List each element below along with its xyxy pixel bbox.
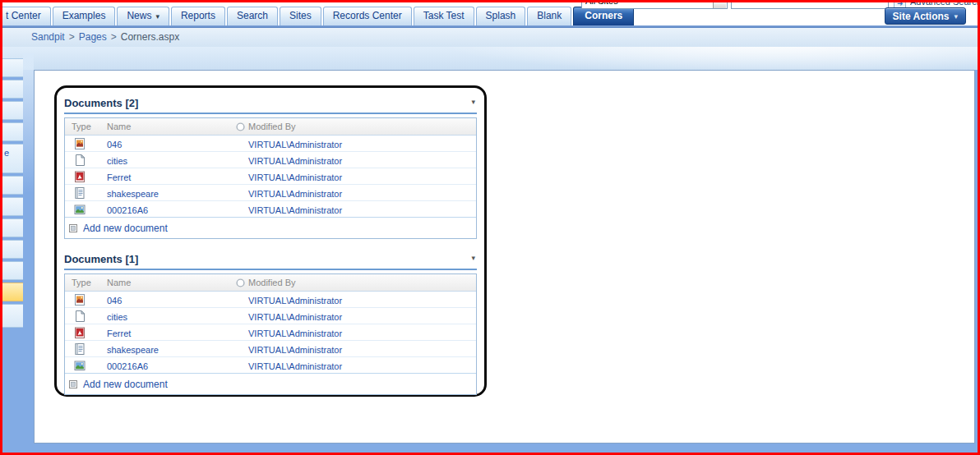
sidebar-item[interactable] [2, 122, 23, 141]
modified-by-link[interactable]: VIRTUAL\Administrator [248, 189, 342, 199]
webpart-title-bar: Documents [2] ▾ [64, 96, 477, 114]
chevron-down-icon[interactable] [713, 2, 726, 8]
table-body: 046 VIRTUAL\Administrator cities VIRTUAL… [65, 292, 476, 374]
document-name-link[interactable]: cities [107, 156, 127, 166]
tab-label: Reports [181, 10, 215, 21]
column-header-name[interactable]: Name [107, 278, 236, 287]
breadcrumb-link-pages[interactable]: Pages [79, 31, 107, 43]
modified-by-link[interactable]: VIRTUAL\Administrator [248, 329, 342, 338]
webpart-menu-chevron-down-icon[interactable]: ▾ [471, 98, 475, 106]
modified-by-link[interactable]: VIRTUAL\Administrator [248, 345, 342, 355]
picture-file-icon [65, 359, 107, 372]
site-actions-button[interactable]: Site Actions ▾ [885, 7, 966, 25]
chevron-down-icon: ▾ [155, 12, 159, 21]
sidebar-item[interactable] [2, 101, 23, 120]
add-new-icon [69, 224, 77, 232]
modified-by-link[interactable]: VIRTUAL\Administrator [248, 172, 342, 182]
breadcrumb-link-sandpit[interactable]: Sandpit [31, 31, 65, 43]
search-scope-dropdown[interactable]: All Sites [581, 2, 728, 9]
tab-examples[interactable]: Examples [53, 7, 116, 25]
table-header-row: Type Name Modified By [65, 274, 476, 292]
table-row: shakespeare VIRTUAL\Administrator [65, 341, 476, 357]
document-name-link[interactable]: Ferret [107, 329, 131, 338]
documents-webpart: Documents [1] ▾ Type Name Modified By 04… [64, 252, 477, 395]
modified-by-link[interactable]: VIRTUAL\Administrator [248, 296, 342, 306]
document-name-link[interactable]: shakespeare [107, 189, 159, 199]
sidebar-item[interactable] [2, 261, 23, 280]
sidebar-edge-gradient [23, 53, 34, 193]
sidebar-item[interactable] [2, 304, 23, 328]
document-name-link[interactable]: 046 [107, 296, 122, 306]
quick-launch-sidebar: e [2, 58, 23, 330]
sidebar-item[interactable] [2, 176, 23, 195]
sidebar-item[interactable] [2, 218, 23, 237]
table-row: Ferret VIRTUAL\Administrator [65, 168, 476, 185]
tab-label: Records Center [333, 10, 402, 21]
main-area: e Documents [2] ▾ Type Name Modified By … [2, 47, 978, 453]
document-name-link[interactable]: cities [107, 312, 127, 322]
tab-records-center[interactable]: Records Center [323, 7, 412, 25]
document-name-link[interactable]: shakespeare [107, 345, 159, 355]
column-header-name[interactable]: Name [107, 122, 236, 131]
table-body: 046 VIRTUAL\Administrator cities VIRTUAL… [65, 136, 476, 218]
tab-corners[interactable]: Corners [573, 7, 634, 25]
sidebar-item[interactable] [2, 58, 23, 77]
modified-by-link[interactable]: VIRTUAL\Administrator [248, 312, 342, 322]
pdf-file-icon [65, 326, 107, 339]
tab-news[interactable]: News▾ [117, 7, 169, 25]
picture-file-icon [65, 203, 107, 216]
documents-table: Type Name Modified By 046 VIRTUAL\Admini… [64, 117, 477, 239]
sidebar-item[interactable] [2, 240, 23, 259]
tab-t-center[interactable]: t Center [2, 7, 51, 25]
tab-label: Corners [585, 10, 622, 21]
webpart-title-bar: Documents [1] ▾ [64, 252, 477, 270]
pdf-file-icon [65, 170, 107, 183]
tab-strip: t CenterExamplesNews▾ReportsSearchSitesR… [2, 7, 634, 25]
document-name-link[interactable]: 000216A6 [107, 361, 148, 371]
sidebar-item[interactable]: e [2, 144, 23, 173]
tab-label: Sites [289, 10, 312, 21]
chevron-down-icon: ▾ [954, 12, 958, 21]
tab-blank[interactable]: Blank [527, 7, 571, 25]
add-new-icon [69, 380, 77, 388]
table-row: 000216A6 VIRTUAL\Administrator [65, 357, 476, 374]
presence-icon [236, 122, 245, 131]
modified-by-link[interactable]: VIRTUAL\Administrator [248, 205, 342, 215]
rounded-corner-webpart-zone: Documents [2] ▾ Type Name Modified By 04… [54, 85, 487, 397]
document-name-link[interactable]: 046 [107, 140, 122, 149]
add-new-document-link[interactable]: Add new document [65, 218, 476, 238]
modified-by-link[interactable]: VIRTUAL\Administrator [248, 140, 342, 149]
document-name-link[interactable]: Ferret [107, 172, 131, 182]
sidebar-item[interactable] [2, 197, 23, 216]
table-row: shakespeare VIRTUAL\Administrator [65, 185, 476, 201]
documents-table: Type Name Modified By 046 VIRTUAL\Admini… [64, 273, 477, 395]
search-input[interactable] [732, 2, 888, 7]
tab-task-test[interactable]: Task Test [414, 7, 474, 25]
column-header-modified-by[interactable]: Modified By [236, 122, 476, 131]
breadcrumb-current-page: Corners.aspx [121, 31, 179, 43]
sidebar-item[interactable] [2, 80, 23, 99]
column-header-type[interactable]: Type [65, 278, 107, 287]
search-scope-value: All Sites [585, 2, 618, 6]
sidebar-item[interactable] [2, 283, 23, 301]
tab-reports[interactable]: Reports [171, 7, 225, 25]
add-new-document-link[interactable]: Add new document [65, 374, 476, 394]
text-file-icon [65, 342, 107, 356]
add-new-document-label: Add new document [83, 379, 168, 390]
column-header-modified-by-label: Modified By [248, 122, 295, 131]
column-header-modified-by-label: Modified By [248, 278, 295, 287]
webpart-menu-chevron-down-icon[interactable]: ▾ [471, 254, 475, 262]
column-header-type[interactable]: Type [65, 122, 107, 131]
tab-search[interactable]: Search [227, 7, 278, 25]
image-file-icon [65, 293, 107, 306]
tab-splash[interactable]: Splash [476, 7, 526, 25]
document-name-link[interactable]: 000216A6 [107, 205, 148, 215]
tab-sites[interactable]: Sites [280, 7, 321, 25]
column-header-modified-by[interactable]: Modified By [236, 278, 476, 287]
breadcrumb-separator: > [111, 31, 117, 43]
sidebar-item-label: e [4, 148, 9, 158]
table-row: 046 VIRTUAL\Administrator [65, 136, 476, 152]
modified-by-link[interactable]: VIRTUAL\Administrator [248, 361, 342, 371]
modified-by-link[interactable]: VIRTUAL\Administrator [248, 156, 342, 166]
text-file-icon [65, 186, 107, 200]
